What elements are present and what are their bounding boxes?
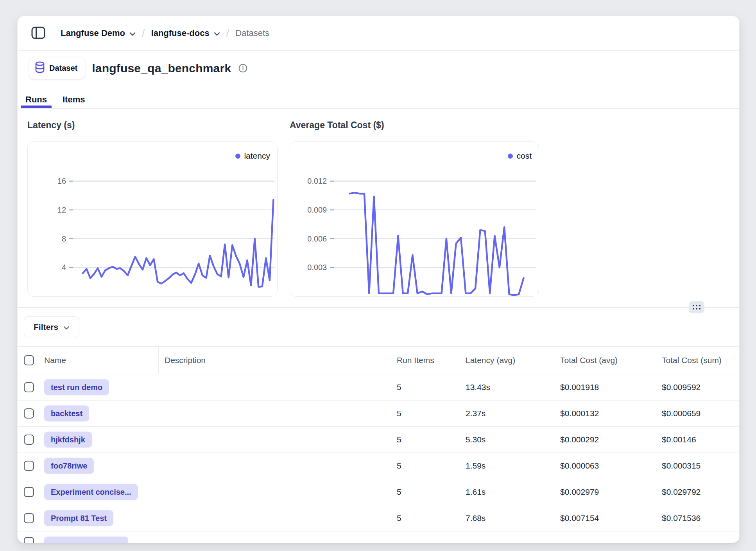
legend-label: cost [516, 151, 532, 161]
app-window: Langfuse Demo / langfuse-docs / Datasets [17, 16, 740, 543]
chart-plot-area: 0.0120.0090.0060.003 [290, 142, 539, 296]
cell-run-items: 5 [397, 487, 401, 497]
y-axis-tick-label: 16 [57, 177, 66, 185]
run-name-badge[interactable]: hjkfdshjk [44, 432, 92, 448]
header-divider [18, 50, 739, 51]
chart-legend: cost [508, 151, 532, 161]
breadcrumb-separator: / [226, 27, 229, 39]
y-axis-tick-label: 0.006 [307, 234, 327, 243]
cell-total-cost-avg: $0.000132 [560, 409, 599, 418]
tab-items[interactable]: Items [58, 91, 90, 108]
column-header-description: Description [165, 356, 206, 365]
cell-total-cost-sum: $0.029792 [662, 487, 700, 497]
resize-drag-handle-icon[interactable] [689, 301, 704, 313]
cost-chart: cost 0.0120.0090.0060.003 [290, 141, 539, 297]
cell-run-items: 5 [397, 409, 401, 418]
sidebar-toggle-button[interactable] [29, 24, 47, 42]
filters-button-label: Filters [34, 322, 58, 332]
database-icon [35, 61, 45, 75]
select-all-checkbox[interactable] [24, 355, 34, 365]
cell-run-items: 5 [397, 435, 401, 444]
cell-total-cost-avg: $0.002979 [560, 487, 599, 497]
cell-total-cost-sum: $0.071536 [662, 513, 700, 523]
dataset-heading: Dataset langfuse_qa_benchmark [29, 57, 248, 79]
chart-plot-area: 161284 [28, 142, 277, 296]
row-checkbox[interactable] [24, 435, 34, 445]
row-checkbox[interactable] [24, 537, 34, 543]
legend-dot-icon [508, 154, 513, 159]
section-divider [18, 307, 739, 308]
table-row: hjkfdshjk 5 5.30s $0.000292 $0.00146 [18, 427, 739, 453]
breadcrumb-page[interactable]: Datasets [235, 28, 269, 38]
table-row-partial [18, 531, 739, 543]
cell-latency-avg: 1.59s [466, 461, 485, 470]
breadcrumb-project-selector[interactable]: langfuse-docs [151, 28, 220, 38]
breadcrumb: Langfuse Demo / langfuse-docs / Datasets [61, 27, 269, 39]
column-header-name: Name [44, 356, 66, 365]
row-checkbox[interactable] [24, 382, 34, 392]
cell-total-cost-sum: $0.00146 [662, 435, 696, 444]
cell-total-cost-avg: $0.001918 [560, 383, 599, 392]
runs-table: Name Description Run Items Latency (avg)… [18, 346, 739, 543]
tabs-divider [18, 108, 739, 109]
legend-label: latency [244, 151, 270, 161]
y-axis-tick-label: 0.003 [307, 263, 327, 272]
cell-latency-avg: 1.61s [466, 487, 485, 497]
run-name-badge[interactable]: foo78riwe [44, 458, 94, 474]
cell-latency-avg: 7.68s [466, 513, 485, 523]
table-row: foo78riwe 5 1.59s $0.000063 $0.000315 [18, 453, 739, 479]
row-checkbox[interactable] [24, 513, 34, 523]
y-axis-tick-label: 12 [57, 206, 66, 214]
y-axis-tick-label: 8 [62, 234, 66, 243]
run-name-badge[interactable]: Experiment concise... [44, 484, 138, 500]
table-row: Prompt 81 Test 5 7.68s $0.007154 $0.0715… [18, 505, 739, 531]
info-icon[interactable] [238, 63, 248, 73]
data-series-line [83, 200, 274, 287]
tabs: Runs Items [21, 91, 90, 108]
breadcrumb-separator: / [142, 27, 145, 39]
table-row: backtest 5 2.37s $0.000132 $0.000659 [18, 401, 739, 427]
chevron-down-icon [214, 28, 220, 38]
page-title: langfuse_qa_benchmark [92, 62, 231, 75]
cell-latency-avg: 5.30s [466, 435, 485, 444]
table-header: Name Description Run Items Latency (avg)… [18, 347, 739, 374]
chart-legend: latency [235, 151, 270, 161]
filters-button[interactable]: Filters [24, 316, 79, 338]
column-header-latency-avg: Latency (avg) [466, 356, 515, 365]
breadcrumb-project-label: langfuse-docs [151, 28, 210, 38]
breadcrumb-org-label: Langfuse Demo [61, 28, 125, 38]
row-checkbox[interactable] [24, 408, 34, 419]
row-checkbox[interactable] [24, 487, 34, 497]
column-header-total-cost-sum: Total Cost (sum) [662, 356, 722, 365]
screen: Langfuse Demo / langfuse-docs / Datasets [0, 0, 756, 551]
table-row: Experiment concise... 5 1.61s $0.002979 … [18, 479, 739, 505]
row-checkbox[interactable] [24, 461, 34, 471]
column-header-run-items: Run Items [397, 356, 434, 365]
run-name-badge[interactable] [44, 537, 128, 543]
data-series-line [350, 193, 524, 295]
cell-latency-avg: 2.37s [466, 409, 485, 418]
cell-run-items: 5 [397, 513, 401, 523]
cell-total-cost-avg: $0.000292 [560, 435, 599, 444]
cell-total-cost-avg: $0.007154 [560, 513, 599, 523]
latency-chart: latency 161284 [27, 141, 278, 297]
table-body: test run demo 5 13.43s $0.001918 $0.0095… [18, 374, 739, 543]
cell-total-cost-sum: $0.000315 [662, 461, 700, 470]
breadcrumb-org-selector[interactable]: Langfuse Demo [61, 28, 136, 38]
table-row: test run demo 5 13.43s $0.001918 $0.0095… [18, 374, 739, 401]
chevron-down-icon [63, 322, 70, 332]
y-axis-tick-label: 0.012 [307, 177, 327, 185]
run-name-badge[interactable]: Prompt 81 Test [44, 510, 113, 526]
cell-total-cost-sum: $0.009592 [662, 383, 700, 392]
cell-total-cost-sum: $0.000659 [662, 409, 700, 418]
run-name-badge[interactable]: backtest [44, 406, 89, 422]
cell-latency-avg: 13.43s [466, 383, 490, 392]
tab-runs[interactable]: Runs [21, 91, 52, 108]
dataset-type-badge: Dataset [29, 57, 85, 79]
cell-total-cost-avg: $0.000063 [560, 461, 599, 470]
legend-dot-icon [235, 154, 240, 159]
y-axis-tick-label: 4 [62, 263, 66, 272]
cell-run-items: 5 [397, 461, 401, 470]
chevron-down-icon [129, 28, 136, 38]
run-name-badge[interactable]: test run demo [44, 379, 109, 395]
